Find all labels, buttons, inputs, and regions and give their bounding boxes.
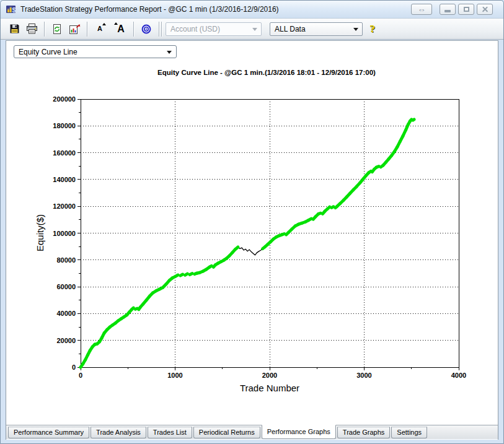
- font-size-arrow-icon: [114, 22, 118, 25]
- tradestation-report-window: $ TradeStation Strategy Performance Repo…: [0, 0, 504, 444]
- y-tick-label: 120000: [53, 202, 76, 210]
- help-icon[interactable]: ?: [370, 24, 375, 35]
- y-tick-label: 100000: [53, 230, 76, 237]
- x-tick-label: 0: [79, 372, 82, 379]
- tab-bar: Performance SummaryTrade AnalysisTrades …: [6, 425, 498, 439]
- target-icon: [141, 24, 151, 34]
- resize-button[interactable]: ⇔: [411, 4, 432, 15]
- chevron-down-icon: [353, 28, 358, 31]
- tab-periodical-returns[interactable]: Periodical Returns: [193, 427, 260, 438]
- x-tick-label: 1000: [167, 372, 182, 379]
- tab-trade-graphs[interactable]: Trade Graphs: [337, 427, 390, 438]
- y-tick-label: 0: [72, 363, 76, 371]
- y-tick-label: 20000: [56, 337, 76, 344]
- toolbar: A A Account (USD) ALL Data ?: [1, 19, 503, 40]
- format-report-button[interactable]: [67, 21, 82, 37]
- svg-text:$: $: [12, 6, 16, 14]
- format-report-icon: [69, 24, 81, 35]
- data-range-combo-value: ALL Data: [275, 25, 306, 33]
- print-button[interactable]: [24, 21, 39, 37]
- close-button[interactable]: [477, 4, 493, 15]
- close-icon: [482, 6, 489, 13]
- y-tick-label: 200000: [53, 95, 76, 103]
- report-area: Equity Curve Line Equity Curve Line - @G…: [6, 40, 498, 440]
- account-combo[interactable]: Account (USD): [166, 22, 262, 36]
- toolbar-separator: [133, 22, 134, 37]
- resize-arrows-icon: ⇔: [418, 5, 426, 14]
- restore-button[interactable]: [458, 4, 474, 15]
- equity-curve-chart: 0200004000060000800001000001200001400001…: [6, 41, 498, 440]
- toolbar-separator: [161, 22, 162, 37]
- y-tick-label: 60000: [56, 283, 76, 290]
- y-tick-label: 160000: [53, 149, 76, 157]
- x-axis-label: Trade Number: [81, 383, 459, 393]
- save-icon: [9, 24, 20, 34]
- decrease-font-button[interactable]: A: [92, 21, 107, 37]
- tab-performance-graphs[interactable]: Performance Graphs: [262, 425, 336, 439]
- x-tick-label: 3000: [356, 372, 371, 379]
- y-tick-label: 140000: [53, 176, 76, 183]
- increase-font-button[interactable]: A: [113, 21, 128, 37]
- account-combo-value: Account (USD): [170, 25, 220, 33]
- tab-trades-list[interactable]: Trades List: [148, 427, 192, 438]
- chevron-down-icon: [252, 28, 257, 31]
- x-tick-label: 4000: [451, 372, 466, 379]
- minimize-button[interactable]: [440, 4, 456, 15]
- toolbar-separator: [44, 22, 45, 37]
- refresh-button[interactable]: [50, 21, 64, 37]
- refresh-icon: [52, 24, 62, 35]
- y-tick-label: 40000: [56, 310, 76, 317]
- tab-trade-analysis[interactable]: Trade Analysis: [91, 427, 146, 438]
- tab-performance-summary[interactable]: Performance Summary: [8, 427, 89, 438]
- toolbar-separator: [159, 22, 159, 37]
- tab-settings[interactable]: Settings: [391, 427, 427, 438]
- data-range-combo[interactable]: ALL Data: [270, 22, 363, 36]
- y-tick-label: 80000: [56, 256, 76, 264]
- titlebar[interactable]: $ TradeStation Strategy Performance Repo…: [1, 1, 503, 19]
- save-button[interactable]: [7, 21, 22, 37]
- window-title: TradeStation Strategy Performance Report…: [20, 5, 279, 14]
- y-tick-label: 180000: [53, 122, 76, 129]
- font-size-arrow-icon: [102, 23, 106, 25]
- restore-icon: [464, 7, 469, 12]
- x-tick-label: 2000: [262, 372, 277, 379]
- app-icon: $: [6, 4, 16, 14]
- print-icon: [26, 24, 38, 34]
- caption-buttons: ⇔: [411, 4, 493, 15]
- minimize-icon: [444, 10, 451, 12]
- toolbar-separator: [87, 22, 87, 37]
- y-axis-label: Equity($): [35, 214, 45, 251]
- target-button[interactable]: [139, 21, 154, 37]
